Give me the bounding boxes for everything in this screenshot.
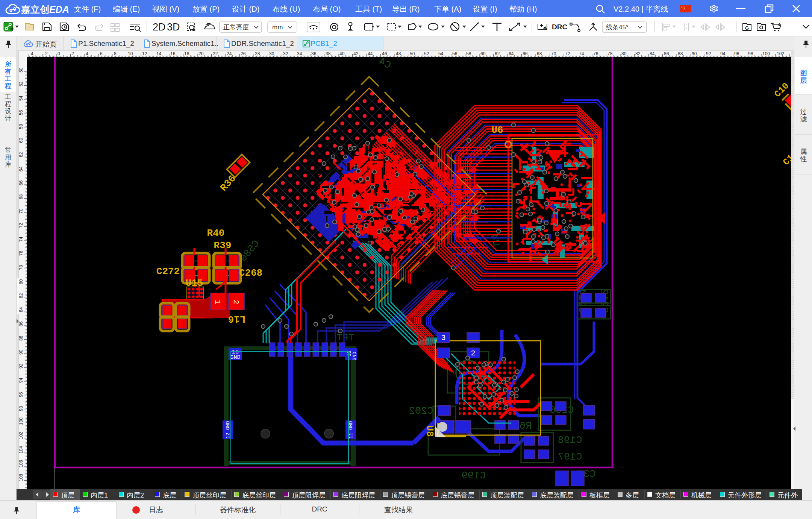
svg-text:24: 24 xyxy=(227,51,232,56)
svg-text:106: 106 xyxy=(19,460,24,467)
svg-text:72: 72 xyxy=(19,223,24,228)
svg-text:96: 96 xyxy=(19,392,24,397)
svg-text:44: 44 xyxy=(368,51,373,56)
svg-text:20: 20 xyxy=(198,51,204,56)
svg-text:100: 100 xyxy=(762,51,770,56)
svg-text:78: 78 xyxy=(19,265,24,270)
svg-text:52: 52 xyxy=(424,51,429,56)
svg-text:L16: L16 xyxy=(228,313,246,325)
svg-text:C198: C198 xyxy=(558,435,582,446)
svg-text:32: 32 xyxy=(283,51,288,56)
svg-text:3D: 3D xyxy=(167,21,180,33)
svg-text:90: 90 xyxy=(692,51,697,56)
svg-text:TFT: TFT xyxy=(336,332,354,343)
svg-text:GND: GND xyxy=(352,352,358,361)
svg-text:C199: C199 xyxy=(462,470,486,481)
svg-text:68: 68 xyxy=(19,194,24,199)
svg-text:34: 34 xyxy=(297,51,302,56)
svg-text:38: 38 xyxy=(326,51,331,56)
svg-text:C272: C272 xyxy=(156,266,180,277)
svg-text:100: 100 xyxy=(19,417,24,425)
svg-text:-4: -4 xyxy=(29,51,33,56)
svg-text:88: 88 xyxy=(19,335,24,341)
svg-text:线条45°: 线条45° xyxy=(606,24,629,31)
svg-text:3: 3 xyxy=(441,334,445,342)
svg-text:54: 54 xyxy=(438,51,444,56)
svg-text:82: 82 xyxy=(19,293,24,298)
svg-text:60: 60 xyxy=(480,51,486,56)
svg-text:76: 76 xyxy=(593,51,598,56)
svg-text:68: 68 xyxy=(537,51,542,56)
svg-text:72: 72 xyxy=(565,51,570,56)
svg-text:12: 12 xyxy=(142,51,147,56)
svg-text:22: 22 xyxy=(213,51,218,56)
svg-text:62: 62 xyxy=(495,51,500,56)
svg-text:正常亮度: 正常亮度 xyxy=(223,24,249,31)
svg-text:94: 94 xyxy=(720,51,726,56)
svg-text:86: 86 xyxy=(19,321,24,326)
svg-text:94: 94 xyxy=(19,378,24,383)
svg-text:86: 86 xyxy=(664,51,669,56)
svg-text:2: 2 xyxy=(71,51,74,56)
svg-text:U15: U15 xyxy=(186,278,203,289)
svg-text:92: 92 xyxy=(19,363,24,369)
svg-text:6: 6 xyxy=(100,51,103,56)
svg-text:16: 16 xyxy=(170,51,176,56)
svg-text:64: 64 xyxy=(509,51,514,56)
svg-text:12 GND: 12 GND xyxy=(225,421,231,439)
svg-text:48: 48 xyxy=(396,51,401,56)
svg-text:52: 52 xyxy=(19,81,24,86)
svg-text:R39: R39 xyxy=(214,240,232,251)
svg-text:108: 108 xyxy=(19,474,24,481)
svg-text:-2: -2 xyxy=(44,51,48,56)
svg-text:56: 56 xyxy=(19,110,24,115)
svg-text:2: 2 xyxy=(471,349,475,358)
svg-text:58: 58 xyxy=(466,51,471,56)
svg-text:26: 26 xyxy=(241,51,246,56)
svg-text:mm: mm xyxy=(272,24,283,31)
svg-text:8: 8 xyxy=(114,51,117,56)
svg-text:18: 18 xyxy=(184,51,189,56)
svg-text:54: 54 xyxy=(19,96,24,101)
svg-text:80: 80 xyxy=(621,51,627,56)
svg-text:U6: U6 xyxy=(491,124,503,136)
svg-text:90: 90 xyxy=(19,349,24,355)
svg-text:70: 70 xyxy=(19,208,24,214)
svg-text:74: 74 xyxy=(579,51,584,56)
svg-text:58: 58 xyxy=(19,124,24,129)
svg-text:98: 98 xyxy=(748,51,753,56)
svg-text:R6: R6 xyxy=(520,420,532,432)
svg-text:64: 64 xyxy=(19,166,24,171)
svg-text:40: 40 xyxy=(339,51,345,56)
svg-text:62: 62 xyxy=(19,152,24,157)
svg-text:76: 76 xyxy=(19,250,24,256)
svg-text:46: 46 xyxy=(382,51,387,56)
svg-text:104: 104 xyxy=(19,446,24,454)
svg-text:11 GND: 11 GND xyxy=(348,421,354,439)
svg-text:U8: U8 xyxy=(424,425,435,437)
svg-text:28: 28 xyxy=(255,51,260,56)
svg-text:98: 98 xyxy=(19,406,24,411)
svg-text:66: 66 xyxy=(19,180,24,185)
svg-text:2D: 2D xyxy=(153,21,166,33)
svg-text:96: 96 xyxy=(734,51,739,56)
svg-text:36: 36 xyxy=(311,51,317,56)
svg-text:84: 84 xyxy=(650,51,655,56)
svg-text:C197: C197 xyxy=(558,451,582,463)
svg-text:14: 14 xyxy=(156,51,162,56)
svg-text:42: 42 xyxy=(353,51,359,56)
svg-text:DRC: DRC xyxy=(552,23,567,31)
svg-text:66: 66 xyxy=(523,51,528,56)
svg-text:78: 78 xyxy=(607,51,613,56)
svg-text:50: 50 xyxy=(19,67,24,73)
svg-text:R40: R40 xyxy=(207,228,225,239)
svg-text:GND: GND xyxy=(230,354,240,361)
svg-text:84: 84 xyxy=(19,307,24,312)
svg-text:1: 1 xyxy=(213,300,222,304)
svg-text:60: 60 xyxy=(19,138,24,143)
svg-text:82: 82 xyxy=(635,51,641,56)
svg-text:G: G xyxy=(745,25,749,31)
svg-text:2: 2 xyxy=(232,300,240,304)
svg-text:102: 102 xyxy=(19,432,24,439)
svg-text:88: 88 xyxy=(678,51,683,56)
